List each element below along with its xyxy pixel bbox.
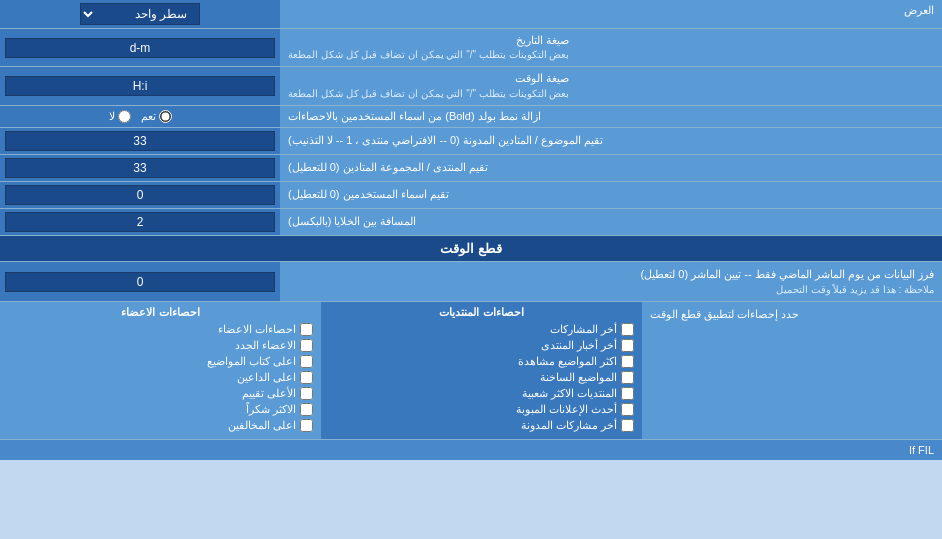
stats-posts-title: احصاءات المنتديات: [329, 306, 634, 319]
bold-no-radio[interactable]: [118, 110, 131, 123]
stat-posts-label-7: أخر مشاركات المدونة: [521, 419, 617, 432]
forum-label: تقيم المنتدى / المجموعة المتادين (0 للتع…: [280, 155, 942, 181]
stat-mem-item-5: الأعلى تقييم: [8, 387, 313, 400]
stat-posts-label-1: أخر المشاركات: [550, 323, 617, 336]
time-format-row: صيغة الوقت بعض التكوينات يتطلب "/" التي …: [0, 67, 942, 105]
stat-mem-item-7: اعلى المخالفين: [8, 419, 313, 432]
bold-no-label[interactable]: لا: [109, 110, 131, 123]
stat-mem-checkbox-3[interactable]: [300, 355, 313, 368]
cutoff-input[interactable]: [5, 272, 275, 292]
stat-mem-checkbox-5[interactable]: [300, 387, 313, 400]
cutoff-label-text: فرز البيانات من يوم الماشر الماضي فقط --…: [280, 262, 942, 302]
stat-mem-item-4: اعلى الداعين: [8, 371, 313, 384]
bold-radio-area: تعم لا: [0, 106, 280, 127]
stats-members-column: احصاءات الاعضاء احصاءات الاعضاء الاعضاء …: [0, 302, 321, 439]
time-format-input-area: [0, 67, 280, 104]
distance-row: المسافة بين الخلايا (بالبكسل): [0, 209, 942, 236]
distance-label: المسافة بين الخلايا (بالبكسل): [280, 209, 942, 235]
main-container: العرض سطر واحدسطرينثلاثة أسطر صيغة التار…: [0, 0, 942, 460]
display-select[interactable]: سطر واحدسطرينثلاثة أسطر: [80, 3, 200, 25]
date-format-input-area: [0, 29, 280, 66]
cutoff-input-area: [0, 262, 280, 302]
stat-mem-label-6: الاكثر شكراً: [246, 403, 296, 416]
forum-row: تقيم المنتدى / المجموعة المتادين (0 للتع…: [0, 155, 942, 182]
select-area: سطر واحدسطرينثلاثة أسطر: [0, 0, 280, 28]
time-format-input[interactable]: [5, 76, 275, 96]
cutoff-row: فرز البيانات من يوم الماشر الماضي فقط --…: [0, 262, 942, 303]
stat-mem-checkbox-4[interactable]: [300, 371, 313, 384]
stat-posts-checkbox-2[interactable]: [621, 339, 634, 352]
stats-members-title: احصاءات الاعضاء: [8, 306, 313, 319]
stat-item-2: أخر أخبار المنتدى: [329, 339, 634, 352]
bold-yes-label[interactable]: تعم: [141, 110, 172, 123]
bottom-note-text: If FIL: [909, 444, 934, 456]
stat-mem-item-2: الاعضاء الجدد: [8, 339, 313, 352]
stat-posts-checkbox-3[interactable]: [621, 355, 634, 368]
users-label: تقيم اسماء المستخدمين (0 للتعطيل): [280, 182, 942, 208]
stat-mem-label-5: الأعلى تقييم: [242, 387, 296, 400]
stat-mem-checkbox-1[interactable]: [300, 323, 313, 336]
stat-posts-checkbox-4[interactable]: [621, 371, 634, 384]
stat-posts-label-5: المنتديات الاكثر شعبية: [522, 387, 617, 400]
stat-mem-label-7: اعلى المخالفين: [228, 419, 296, 432]
bottom-note-row: If FIL: [0, 439, 942, 460]
stat-item-1: أخر المشاركات: [329, 323, 634, 336]
date-format-input[interactable]: [5, 38, 275, 58]
stat-mem-item-3: اعلى كتاب المواضيع: [8, 355, 313, 368]
stat-posts-checkbox-5[interactable]: [621, 387, 634, 400]
distance-input[interactable]: [5, 212, 275, 232]
stat-item-7: أخر مشاركات المدونة: [329, 419, 634, 432]
stats-posts-column: احصاءات المنتديات أخر المشاركات أخر أخبا…: [321, 302, 642, 439]
stats-label: حدد إحصاءات لتطبيق قطع الوقت: [642, 302, 942, 439]
users-row: تقيم اسماء المستخدمين (0 للتعطيل): [0, 182, 942, 209]
bold-label: ازالة نمط بولد (Bold) من اسماء المستخدمي…: [280, 106, 942, 127]
stat-item-4: المواضيع الساخنة: [329, 371, 634, 384]
bold-row: ازالة نمط بولد (Bold) من اسماء المستخدمي…: [0, 106, 942, 128]
topics-row: تقيم الموضوع / المتادين المدونة (0 -- ال…: [0, 128, 942, 155]
stat-item-6: أحدث الإعلانات المبوبة: [329, 403, 634, 416]
stat-mem-checkbox-6[interactable]: [300, 403, 313, 416]
topics-input-area: [0, 128, 280, 154]
stat-posts-checkbox-7[interactable]: [621, 419, 634, 432]
stat-posts-checkbox-6[interactable]: [621, 403, 634, 416]
stat-posts-label-6: أحدث الإعلانات المبوبة: [516, 403, 617, 416]
users-input[interactable]: [5, 185, 275, 205]
topics-label: تقيم الموضوع / المتادين المدونة (0 -- ال…: [280, 128, 942, 154]
stat-mem-checkbox-2[interactable]: [300, 339, 313, 352]
time-cutoff-section-header: قطع الوقت: [0, 236, 942, 262]
distance-input-area: [0, 209, 280, 235]
header-row: العرض سطر واحدسطرينثلاثة أسطر: [0, 0, 942, 29]
stat-posts-checkbox-1[interactable]: [621, 323, 634, 336]
stat-mem-item-1: احصاءات الاعضاء: [8, 323, 313, 336]
page-title: العرض: [280, 0, 942, 28]
stat-item-3: اكثر المواضيع مشاهدة: [329, 355, 634, 368]
stat-posts-label-3: اكثر المواضيع مشاهدة: [518, 355, 617, 368]
stat-mem-item-6: الاكثر شكراً: [8, 403, 313, 416]
users-input-area: [0, 182, 280, 208]
stat-posts-label-2: أخر أخبار المنتدى: [541, 339, 617, 352]
forum-input-area: [0, 155, 280, 181]
forum-input[interactable]: [5, 158, 275, 178]
stat-posts-label-4: المواضيع الساخنة: [540, 371, 617, 384]
topics-input[interactable]: [5, 131, 275, 151]
bold-yes-radio[interactable]: [159, 110, 172, 123]
title-text: العرض: [904, 4, 934, 16]
stat-mem-label-1: احصاءات الاعضاء: [218, 323, 296, 336]
stats-section: حدد إحصاءات لتطبيق قطع الوقت احصاءات الم…: [0, 302, 942, 439]
time-format-label: صيغة الوقت بعض التكوينات يتطلب "/" التي …: [280, 67, 942, 104]
stat-mem-label-4: اعلى الداعين: [237, 371, 296, 384]
date-format-label: صيغة التاريخ بعض التكوينات يتطلب "/" الت…: [280, 29, 942, 66]
stat-mem-checkbox-7[interactable]: [300, 419, 313, 432]
stat-mem-label-3: اعلى كتاب المواضيع: [207, 355, 296, 368]
stat-mem-label-2: الاعضاء الجدد: [235, 339, 296, 352]
date-format-row: صيغة التاريخ بعض التكوينات يتطلب "/" الت…: [0, 29, 942, 67]
stat-item-5: المنتديات الاكثر شعبية: [329, 387, 634, 400]
